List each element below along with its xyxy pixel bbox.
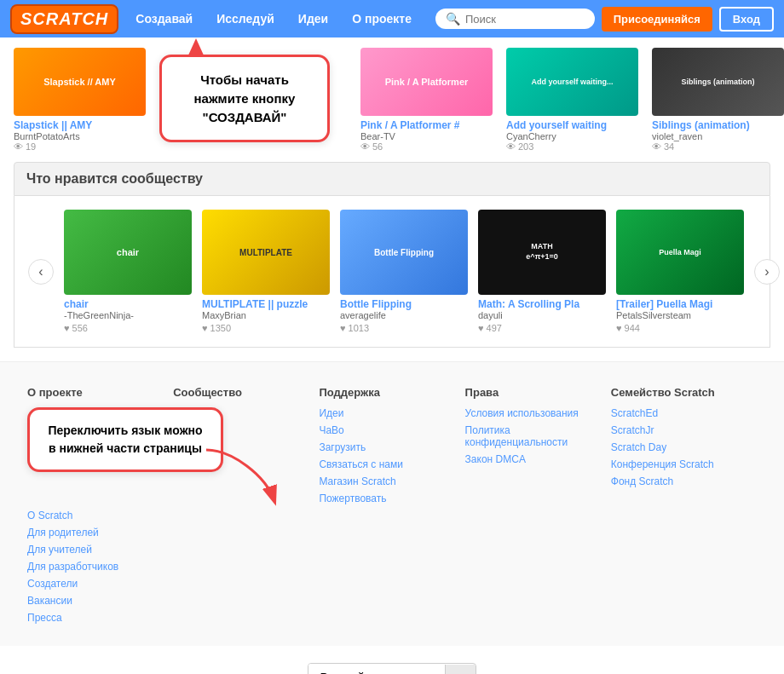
footer-link-parents[interactable]: Для родителей	[27, 527, 173, 539]
project-thumb-0: Slapstick // AMY	[14, 48, 146, 116]
language-dropdown[interactable]: Русский English Deutsch Español Français…	[308, 664, 445, 674]
footer-col-title-1: Сообщество	[173, 386, 319, 399]
project-loves-1: 👁56	[360, 141, 493, 152]
project-author-0: BurntPotatoArts	[14, 131, 146, 141]
footer-col-family: Семейство Scratch ScratchEd ScratchJr Sc…	[611, 386, 757, 629]
footer-link-scratchday[interactable]: Scratch Day	[611, 441, 757, 453]
footer-link-scratched[interactable]: ScratchEd	[611, 407, 757, 419]
footer-link-shop[interactable]: Магазин Scratch	[319, 475, 464, 487]
footer-col-title-2: Поддержка	[319, 386, 464, 399]
footer-link-conference[interactable]: Конференция Scratch	[611, 458, 757, 470]
footer-link-press[interactable]: Пресса	[27, 612, 173, 624]
search-icon: 🔍	[446, 12, 460, 26]
nav-about[interactable]: О проекте	[342, 7, 422, 31]
footer-col-about: О проекте Переключить язык можно в нижне…	[27, 386, 173, 629]
footer-link-teachers[interactable]: Для учителей	[27, 544, 173, 556]
project-loves-0: 👁19	[14, 141, 146, 152]
community-author-0: -TheGreenNinja-	[64, 310, 192, 320]
footer-link-about-scratch[interactable]: О Scratch	[27, 510, 173, 521]
community-title-4: [Trailer] Puella Magi	[616, 298, 744, 310]
header: SCRATCH Создавай Исследуй Идеи О проекте…	[0, 0, 784, 37]
prev-arrow[interactable]: ‹	[28, 259, 54, 285]
footer-link-scratchjr[interactable]: ScratchJr	[611, 424, 757, 436]
footer-col-support: Поддержка Идеи ЧаВо Загрузить Связаться …	[319, 386, 464, 629]
heart-icon-4	[616, 323, 622, 333]
nav-explore[interactable]: Исследуй	[206, 7, 285, 31]
footer-link-download[interactable]: Загрузить	[319, 441, 464, 453]
project-thumb-3: Siblings (animation)	[652, 48, 784, 116]
heart-icon-0	[64, 323, 70, 333]
footer-columns: О проекте Переключить язык можно в нижне…	[0, 361, 784, 646]
community-author-4: PetalsSilversteam	[616, 310, 744, 320]
community-loves-1: 1350	[202, 323, 330, 333]
community-project-3[interactable]: MATHe^π+1=0 Math: A Scrolling Pla dayuli…	[478, 210, 606, 333]
community-thumb-4: Puella Magi	[616, 210, 744, 295]
community-author-3: dayuli	[478, 310, 606, 320]
footer-link-faq[interactable]: ЧаВо	[319, 424, 464, 436]
footer-link-developers[interactable]: Для разработчиков	[27, 561, 173, 573]
language-selector[interactable]: Русский English Deutsch Español Français…	[308, 663, 477, 674]
heart-icon-1	[202, 323, 208, 333]
project-thumb-2: Add yourself waiting...	[506, 48, 638, 116]
search-input[interactable]	[465, 13, 585, 26]
nav-ideas[interactable]: Идеи	[288, 7, 338, 31]
footer-link-foundation[interactable]: Фонд Scratch	[611, 475, 757, 487]
community-loves-2: 1013	[340, 323, 468, 333]
footer-link-privacy[interactable]: Политика конфиденциальности	[465, 424, 611, 448]
community-loves-0: 556	[64, 323, 192, 333]
project-loves-2: 👁203	[506, 141, 638, 152]
community-project-0[interactable]: chair chair -TheGreenNinja- 556	[64, 210, 192, 333]
community-section-header: Что нравится сообществу	[14, 162, 770, 196]
callout-bottom-bubble: Переключить язык можно в нижней части ст…	[27, 407, 223, 472]
project-thumb-1: Pink / A Platformer	[360, 48, 493, 116]
view-icon-1: 👁	[360, 141, 370, 152]
project-title-2: Add yourself waiting	[506, 119, 638, 131]
footer-link-dmca[interactable]: Закон DMCA	[465, 453, 611, 465]
view-icon-3: 👁	[652, 141, 661, 152]
community-project-1[interactable]: MULTIPLATE MULTIPLATE || puzzle MaxyBria…	[202, 210, 330, 333]
join-button[interactable]: Присоединяйся	[602, 7, 712, 32]
footer-col-title-4: Семейство Scratch	[611, 386, 757, 399]
header-actions: Присоединяйся Вход	[602, 7, 774, 32]
footer-col-rights: Права Условия использования Политика кон…	[465, 386, 611, 629]
community-thumb-3: MATHe^π+1=0	[478, 210, 606, 295]
community-title-0: chair	[64, 298, 192, 310]
dropdown-arrow-icon: ▼	[445, 665, 476, 674]
community-title-2: Bottle Flipping	[340, 298, 468, 310]
footer-col-title-3: Права	[465, 386, 611, 399]
top-project-0[interactable]: Slapstick // AMY Slapstick || AMY BurntP…	[14, 48, 146, 152]
footer-link-donate[interactable]: Пожертвовать	[319, 493, 464, 504]
footer-link-creators[interactable]: Создатели	[27, 578, 173, 590]
scratch-logo[interactable]: SCRATCH	[10, 4, 118, 34]
community-project-2[interactable]: Bottle Flipping Bottle Flipping averagel…	[340, 210, 468, 333]
top-project-3[interactable]: Siblings (animation) Siblings (animation…	[652, 48, 784, 152]
project-title-3: Siblings (animation)	[652, 119, 784, 131]
community-thumb-0: chair	[64, 210, 192, 295]
footer-link-contact[interactable]: Связаться с нами	[319, 458, 464, 470]
top-project-2[interactable]: Add yourself waiting... Add yourself wai…	[506, 48, 638, 152]
community-title-1: MULTIPLATE || puzzle	[202, 298, 330, 310]
login-button[interactable]: Вход	[719, 7, 774, 32]
community-thumb-2: Bottle Flipping	[340, 210, 468, 295]
top-projects-strip: Slapstick // AMY Slapstick || AMY BurntP…	[0, 37, 784, 162]
community-section-body: ‹ chair chair -TheGreenNinja- 556 MULTIP…	[14, 196, 770, 348]
next-arrow[interactable]: ›	[754, 259, 780, 285]
language-section: Русский English Deutsch Español Français…	[0, 646, 784, 674]
main-nav: Создавай Исследуй Идеи О проекте	[125, 7, 422, 31]
view-icon-2: 👁	[506, 141, 516, 152]
project-author-2: CyanCherry	[506, 131, 638, 141]
footer-link-tos[interactable]: Условия использования	[465, 407, 611, 419]
community-section: Что нравится сообществу ‹ chair chair -T…	[14, 162, 770, 348]
project-title-1: Pink / A Platformer #	[360, 119, 493, 131]
footer-link-jobs[interactable]: Вакансии	[27, 595, 173, 607]
community-project-4[interactable]: Puella Magi [Trailer] Puella Magi Petals…	[616, 210, 744, 333]
project-author-3: violet_raven	[652, 131, 784, 141]
top-projects-section: Slapstick // AMY Slapstick || AMY BurntP…	[0, 37, 784, 162]
project-title-0: Slapstick || AMY	[14, 119, 146, 131]
heart-icon-3	[478, 323, 484, 333]
footer-link-ideas[interactable]: Идеи	[319, 407, 464, 419]
search-bar: 🔍	[435, 9, 595, 29]
nav-create[interactable]: Создавай	[125, 7, 203, 31]
top-project-1[interactable]: Pink / A Platformer Pink / A Platformer …	[360, 48, 493, 152]
footer-col-title-0: О проекте	[27, 386, 173, 399]
